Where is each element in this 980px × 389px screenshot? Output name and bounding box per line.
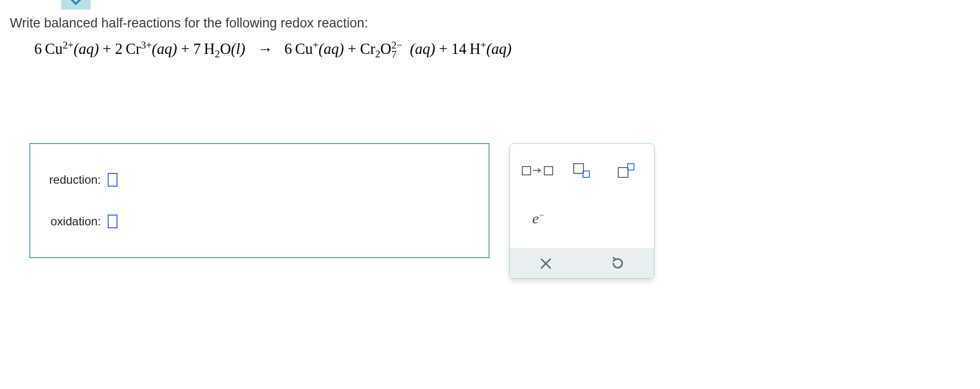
reduction-input[interactable] xyxy=(108,173,117,187)
oxidation-input[interactable] xyxy=(108,215,117,228)
toolbox-footer xyxy=(510,248,654,278)
equation-toolbox: e− xyxy=(509,143,654,279)
question-prompt: Write balanced half-reactions for the fo… xyxy=(10,16,368,31)
product-3: 14 H+(aq) xyxy=(451,40,512,57)
subscript-tool-icon xyxy=(573,163,590,178)
reduction-label: reduction: xyxy=(42,173,101,187)
redox-equation: 6 Cu2+(aq) + 2 Cr3+(aq) + 7 H2O(l) → 6 C… xyxy=(34,39,512,61)
reduction-row: reduction: xyxy=(42,173,477,187)
clear-button[interactable] xyxy=(534,251,558,276)
product-1: 6 Cu+(aq) xyxy=(284,40,348,57)
oxidation-label: oxidation: xyxy=(42,215,101,228)
arrow-tool-button[interactable] xyxy=(519,155,556,186)
chevron-down-icon xyxy=(69,0,83,6)
electron-tool-button[interactable]: e− xyxy=(519,203,558,234)
electron-tool-icon: e− xyxy=(532,210,544,227)
subscript-tool-button[interactable] xyxy=(563,155,600,186)
reactant-1: 6 Cu2+(aq) xyxy=(34,40,103,57)
superscript-tool-icon xyxy=(618,163,634,178)
expand-chevron[interactable] xyxy=(61,0,91,10)
reactant-3: 7 H2O(l) xyxy=(193,40,249,57)
tool-rows: e− xyxy=(510,144,654,248)
answer-box: reduction: oxidation: xyxy=(29,143,490,258)
arrow-tool-icon xyxy=(522,166,553,175)
reactant-2: 2 Cr3+(aq) xyxy=(115,40,181,57)
oxidation-row: oxidation: xyxy=(42,215,477,228)
undo-icon xyxy=(610,256,625,271)
superscript-tool-button[interactable] xyxy=(608,155,644,186)
product-2: Cr2O72− (aq) xyxy=(360,40,439,57)
reaction-arrow: → xyxy=(258,40,272,57)
reset-button[interactable] xyxy=(606,251,630,276)
close-icon xyxy=(539,257,553,270)
